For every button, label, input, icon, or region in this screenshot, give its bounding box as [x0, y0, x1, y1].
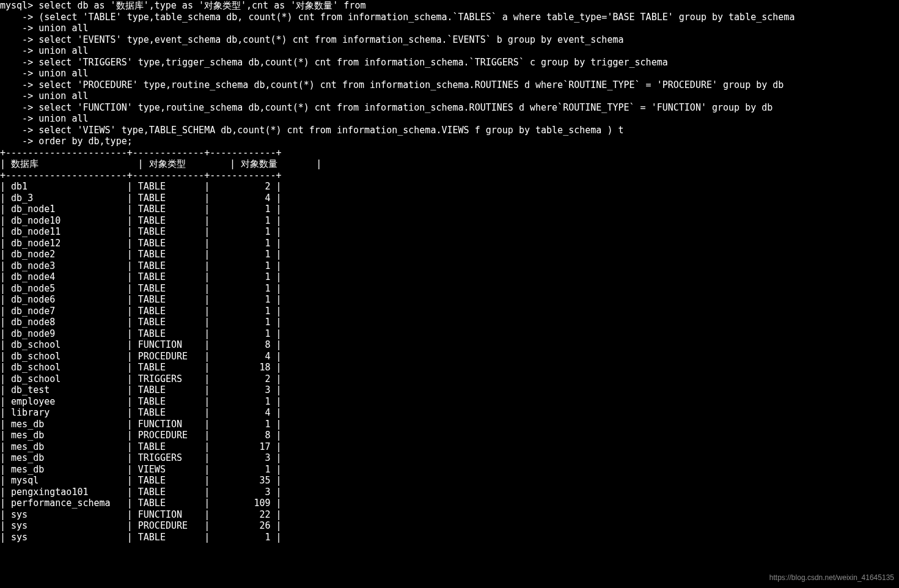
watermark-text: https://blog.csdn.net/weixin_41645135 [769, 572, 894, 584]
terminal-output[interactable]: mysql> select db as '数据库',type as '对象类型'… [0, 0, 899, 543]
